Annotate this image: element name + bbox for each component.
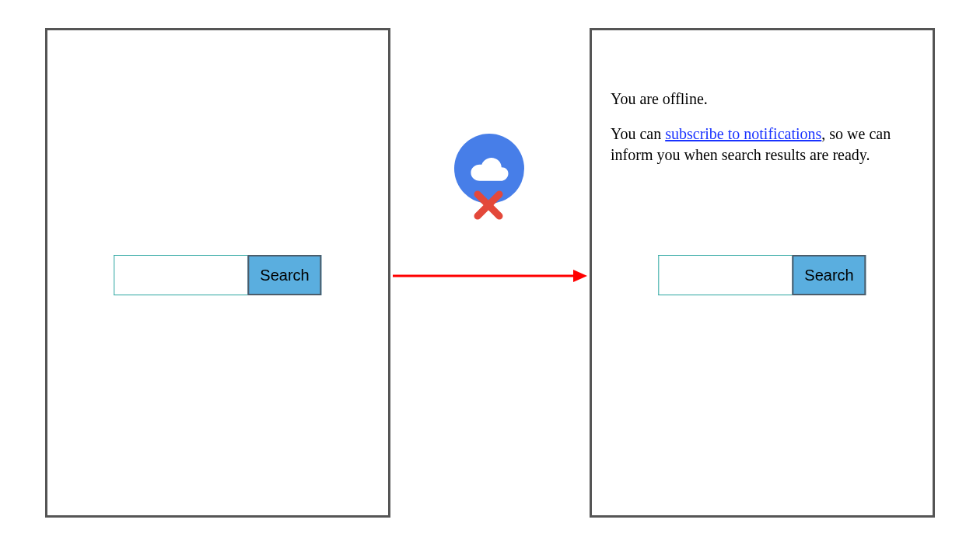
- search-input[interactable]: [114, 255, 247, 295]
- cloud-icon: [467, 155, 511, 183]
- offline-line1: You are offline.: [611, 89, 914, 110]
- close-x-icon: [473, 190, 504, 221]
- search-button[interactable]: Search: [792, 255, 866, 295]
- offline-line2: You can subscribe to notifications, so w…: [611, 124, 914, 166]
- search-input[interactable]: [658, 255, 792, 295]
- search-form: Search: [114, 255, 321, 295]
- right-arrow-icon: [393, 264, 587, 288]
- diagram-stage: Search You are offline. You can subscrib…: [0, 0, 980, 558]
- search-button[interactable]: Search: [247, 255, 321, 295]
- panel-after: You are offline. You can subscribe to no…: [590, 28, 935, 518]
- search-form: Search: [658, 255, 866, 295]
- panel-before: Search: [45, 28, 390, 518]
- svg-marker-1: [573, 270, 587, 282]
- offline-message: You are offline. You can subscribe to no…: [611, 89, 914, 180]
- subscribe-link[interactable]: subscribe to notifications: [665, 125, 821, 142]
